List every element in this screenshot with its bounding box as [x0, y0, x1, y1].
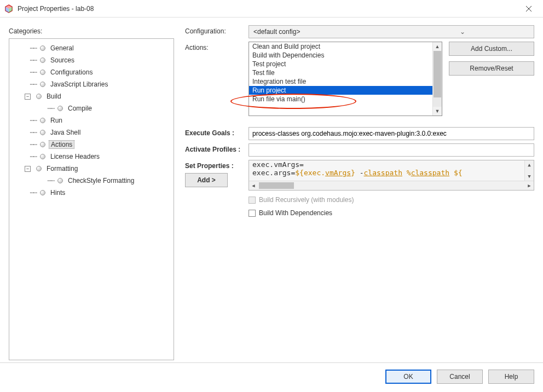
- dialog-footer: OK Cancel Help: [0, 362, 543, 390]
- tree-item-hints[interactable]: ⋯⋯Hints: [11, 187, 171, 199]
- build-recursively-row: Build Recursively (with modules): [249, 196, 534, 204]
- build-with-deps-row[interactable]: Build With Dependencies: [249, 209, 534, 217]
- scroll-up-icon[interactable]: ▲: [528, 160, 530, 169]
- bullet-icon: [57, 106, 63, 111]
- tree-item-actions[interactable]: ⋯⋯Actions: [11, 139, 171, 151]
- bullet-icon: [40, 130, 45, 135]
- tree-item-js-libraries[interactable]: ⋯⋯JavaScript Libraries: [11, 78, 171, 90]
- add-custom-button[interactable]: Add Custom...: [449, 42, 534, 56]
- categories-tree: ⋯⋯General ⋯⋯Sources ⋯⋯Configurations ⋯⋯J…: [9, 38, 174, 360]
- tree-item-formatting[interactable]: −Formatting: [11, 163, 171, 175]
- scroll-right-icon[interactable]: ▶: [525, 183, 534, 188]
- tree-item-sources[interactable]: ⋯⋯Sources: [11, 54, 171, 66]
- add-property-button[interactable]: Add >: [185, 173, 228, 187]
- props-line-2: exec.args=${exec.vmArgs} -classpath %cla…: [249, 169, 534, 177]
- help-button[interactable]: Help: [488, 370, 534, 384]
- configuration-value: <default config>: [249, 28, 391, 36]
- execute-goals-input[interactable]: [249, 127, 534, 140]
- titlebar: Project Properties - lab-08: [0, 0, 543, 18]
- action-row[interactable]: Test file: [249, 68, 442, 77]
- scroll-up-icon[interactable]: ▲: [435, 42, 440, 51]
- action-row[interactable]: Test project: [249, 60, 442, 68]
- tree-item-checkstyle[interactable]: ⋯⋯CheckStyle Formatting: [11, 175, 171, 187]
- bullet-icon: [40, 45, 45, 51]
- scroll-left-icon[interactable]: ◀: [249, 183, 258, 188]
- action-row[interactable]: Run file via main(): [249, 95, 442, 103]
- bullet-icon: [40, 70, 45, 75]
- bullet-icon: [36, 94, 42, 99]
- scroll-down-icon[interactable]: ▼: [528, 172, 530, 181]
- action-row[interactable]: Integration test file: [249, 77, 442, 86]
- window-title: Project Properties - lab-08: [18, 5, 519, 13]
- chevron-down-icon: ⌄: [391, 28, 534, 36]
- bullet-icon: [57, 178, 63, 183]
- bullet-icon: [40, 118, 45, 123]
- action-row-selected[interactable]: Run project: [249, 86, 442, 95]
- ok-button[interactable]: OK: [385, 370, 431, 384]
- tree-item-general[interactable]: ⋯⋯General: [11, 42, 171, 54]
- cancel-button[interactable]: Cancel: [437, 370, 483, 384]
- scrollbar-horizontal[interactable]: ◀ ▶: [249, 181, 534, 190]
- scroll-down-icon[interactable]: ▼: [435, 107, 440, 116]
- tree-item-build[interactable]: −Build: [11, 90, 171, 102]
- activate-profiles-label: Activate Profiles :: [185, 143, 249, 153]
- action-row[interactable]: Clean and Build project: [249, 42, 442, 51]
- build-with-deps-label: Build With Dependencies: [259, 209, 332, 217]
- tree-item-compile[interactable]: ⋯⋯Compile: [11, 102, 171, 114]
- build-recursively-label: Build Recursively (with modules): [259, 196, 354, 204]
- bullet-icon: [40, 154, 45, 159]
- collapse-icon[interactable]: −: [25, 94, 31, 100]
- props-line-1: exec.vmArgs=: [249, 160, 534, 169]
- collapse-icon[interactable]: −: [25, 166, 31, 172]
- app-icon: [4, 4, 13, 13]
- actions-label: Actions:: [185, 42, 249, 51]
- set-properties-label: Set Properties :: [185, 162, 249, 170]
- activate-profiles-input[interactable]: [249, 143, 534, 157]
- checkbox-icon[interactable]: [249, 210, 256, 217]
- set-properties-editor[interactable]: exec.vmArgs= exec.args=${exec.vmArgs} -c…: [249, 160, 534, 191]
- actions-list[interactable]: Clean and Build project Build with Depen…: [249, 42, 442, 116]
- tree-item-java-shell[interactable]: ⋯⋯Java Shell: [11, 126, 171, 139]
- categories-label: Categories:: [9, 27, 174, 35]
- bullet-icon: [40, 57, 45, 63]
- bullet-icon: [36, 166, 42, 171]
- configuration-select[interactable]: <default config> ⌄: [249, 25, 534, 38]
- scrollbar-vertical[interactable]: ▲ ▼: [524, 160, 534, 181]
- close-button[interactable]: [519, 1, 539, 16]
- bullet-icon: [40, 82, 45, 87]
- remove-reset-button[interactable]: Remove/Reset: [449, 61, 534, 76]
- bullet-icon: [40, 142, 45, 147]
- scrollbar-vertical[interactable]: ▲ ▼: [432, 42, 442, 116]
- execute-goals-label: Execute Goals :: [185, 127, 249, 137]
- bullet-icon: [40, 190, 45, 195]
- tree-item-configurations[interactable]: ⋯⋯Configurations: [11, 66, 171, 78]
- action-row[interactable]: Build with Dependencies: [249, 51, 442, 60]
- tree-item-license-headers[interactable]: ⋯⋯License Headers: [11, 151, 171, 163]
- checkbox-icon: [249, 197, 256, 204]
- tree-item-run[interactable]: ⋯⋯Run: [11, 114, 171, 126]
- configuration-label: Configuration:: [185, 25, 249, 35]
